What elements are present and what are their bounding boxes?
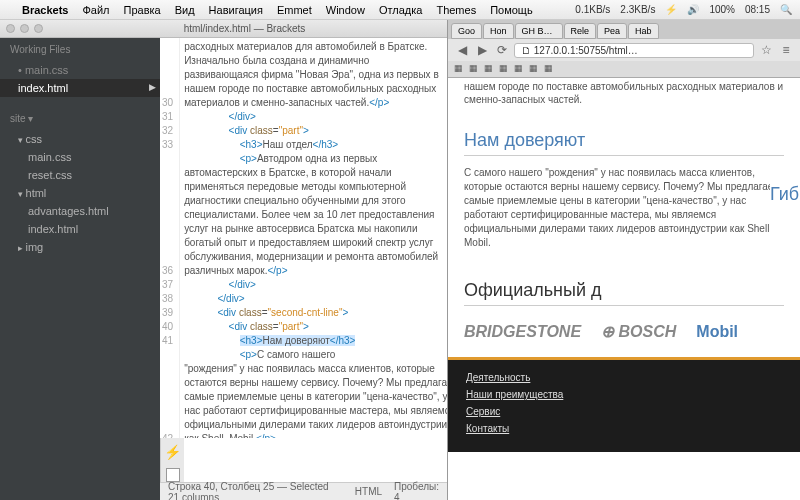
clock[interactable]: 08:15 [745,4,770,15]
brackets-right-toolbar: ⚡ [160,438,184,482]
net-speed-down: 2.3KB/s [620,4,655,15]
bookmark-item[interactable]: ▦ [544,63,553,73]
page-paragraph: С самого нашего "рождения" у нас появила… [464,166,784,250]
footer-link[interactable]: Наши преимущества [466,389,782,400]
menu-help[interactable]: Помощь [490,4,533,16]
browser-tab[interactable]: Goo [451,23,482,39]
logo-mobil: Mobil [696,323,738,341]
working-file[interactable]: • main.css [0,61,160,79]
browser-tab[interactable]: Hab [628,23,659,39]
page-heading: Официальный д [464,280,784,306]
logo-bosch: ⊕ BOSCH [601,322,676,341]
bookmark-item[interactable]: ▦ [499,63,508,73]
menu-edit[interactable]: Правка [124,4,161,16]
working-files-header[interactable]: Working Files [0,38,160,61]
project-header[interactable]: site ▾ [0,107,160,130]
menu-themes[interactable]: Themes [436,4,476,16]
chrome-window: Goo Hon GН Brac Rele Pea Hab ◀ ▶ ⟳ 🗋 127… [448,20,800,500]
folder-html[interactable]: html [0,184,160,202]
bookmarks-bar[interactable]: ▦ ▦ ▦ ▦ ▦ ▦ ▦ [448,61,800,77]
bookmark-item[interactable]: ▦ [454,63,463,73]
file-mode[interactable]: HTML [355,486,382,497]
bookmark-item[interactable]: ▦ [514,63,523,73]
menu-view[interactable]: Вид [175,4,195,16]
browser-tab[interactable]: GН Brac [515,23,563,39]
menu-debug[interactable]: Отладка [379,4,422,16]
brackets-statusbar: Строка 40, Столбец 25 — Selected 21 colu… [160,482,447,500]
footer-link[interactable]: Сервис [466,406,782,417]
back-button[interactable]: ◀ [454,42,470,58]
menu-file[interactable]: Файл [82,4,109,16]
browser-tab[interactable]: Pea [597,23,627,39]
menu-window[interactable]: Window [326,4,365,16]
chrome-menu-icon[interactable]: ≡ [778,42,794,58]
bookmark-item[interactable]: ▦ [469,63,478,73]
bookmark-item[interactable]: ▦ [484,63,493,73]
file-main-css[interactable]: main.css [0,148,160,166]
battery-level[interactable]: 100% [709,4,735,15]
folder-css[interactable]: css [0,130,160,148]
brackets-window: html/index.html — Brackets Working Files… [0,20,448,500]
app-name-menu[interactable]: Brackets [22,4,68,16]
page-footer: Деятельность Наши преимущества Сервис Ко… [448,357,800,452]
file-reset-css[interactable]: reset.css [0,166,160,184]
indent-setting[interactable]: Пробелы: 4 [394,481,439,501]
volume-icon[interactable]: 🔊 [687,4,699,15]
page-heading-cut: Гиб [770,178,800,258]
code-area[interactable]: расходных материалов для автомобилей в Б… [180,38,447,438]
live-preview-icon[interactable]: ⚡ [164,444,181,460]
logo-bridgestone: BRIDGESTONE [464,323,581,341]
footer-link[interactable]: Деятельность [466,372,782,383]
line-gutter: 30313233 363738394041 424344454647484950 [160,38,180,438]
browser-viewport[interactable]: нашем городе по поставке автомобильных р… [448,78,800,500]
browser-tab[interactable]: Rele [564,23,597,39]
minimize-icon[interactable] [20,24,29,33]
brackets-sidebar: Working Files • main.css index.html site… [0,38,160,500]
bookmark-star-icon[interactable]: ☆ [758,42,774,58]
footer-link[interactable]: Контакты [466,423,782,434]
menu-emmet[interactable]: Emmet [277,4,312,16]
menu-navigate[interactable]: Навигация [209,4,263,16]
zoom-icon[interactable] [34,24,43,33]
folder-img[interactable]: img [0,238,160,256]
browser-tabstrip: Goo Hon GН Brac Rele Pea Hab [448,20,800,39]
working-file-active[interactable]: index.html [0,79,160,97]
code-editor[interactable]: 30313233 363738394041 424344454647484950… [160,38,447,500]
close-icon[interactable] [6,24,15,33]
brackets-titlebar[interactable]: html/index.html — Brackets [0,20,447,38]
mac-menubar: Brackets Файл Правка Вид Навигация Emmet… [0,0,800,20]
address-bar[interactable]: 🗋 127.0.0.1:50755/html… [514,43,754,58]
logo-row: BRIDGESTONE ⊕ BOSCH Mobil [464,306,784,357]
window-title: html/index.html — Brackets [48,23,441,34]
net-speed-up: 0.1KB/s [575,4,610,15]
spotlight-icon[interactable]: 🔍 [780,4,792,15]
page-paragraph: нашем городе по поставке автомобильных р… [464,78,784,106]
cursor-position[interactable]: Строка 40, Столбец 25 — Selected 21 colu… [168,481,331,501]
forward-button[interactable]: ▶ [474,42,490,58]
file-advantages-html[interactable]: advantages.html [0,202,160,220]
wifi-icon[interactable]: ⚡ [665,4,677,15]
browser-tab[interactable]: Hon [483,23,514,39]
reload-button[interactable]: ⟳ [494,42,510,58]
file-index-html[interactable]: index.html [0,220,160,238]
bookmark-item[interactable]: ▦ [529,63,538,73]
page-heading: Нам доверяют [464,130,784,156]
